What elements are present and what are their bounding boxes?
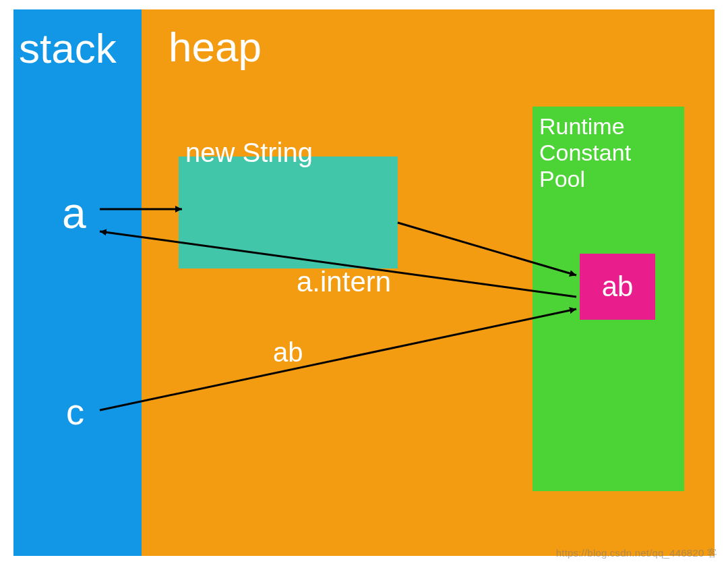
heap-region: heap ab new String a.intern Runtime Cons… — [142, 9, 715, 556]
pool-entry-value: ab — [602, 271, 634, 303]
stack-title: stack — [19, 24, 117, 72]
string-object-box: ab — [179, 157, 398, 269]
string-object-value: ab — [273, 337, 303, 368]
stack-var-c: c — [66, 391, 84, 432]
constant-pool-entry: ab — [580, 254, 655, 320]
constant-pool-title: Runtime Constant Pool — [539, 113, 631, 192]
stack-var-a: a — [62, 188, 86, 238]
intern-call-label: a.intern — [297, 266, 391, 298]
heap-title: heap — [169, 23, 262, 71]
stack-region: stack a c — [13, 9, 142, 556]
diagram-canvas: stack a c heap ab new String a.intern Ru… — [0, 0, 728, 564]
watermark-text: https://blog.csdn.net/qq_446820 客 — [556, 547, 717, 560]
runtime-constant-pool: Runtime Constant Pool ab — [533, 107, 684, 491]
string-object-label: new String — [185, 138, 313, 168]
